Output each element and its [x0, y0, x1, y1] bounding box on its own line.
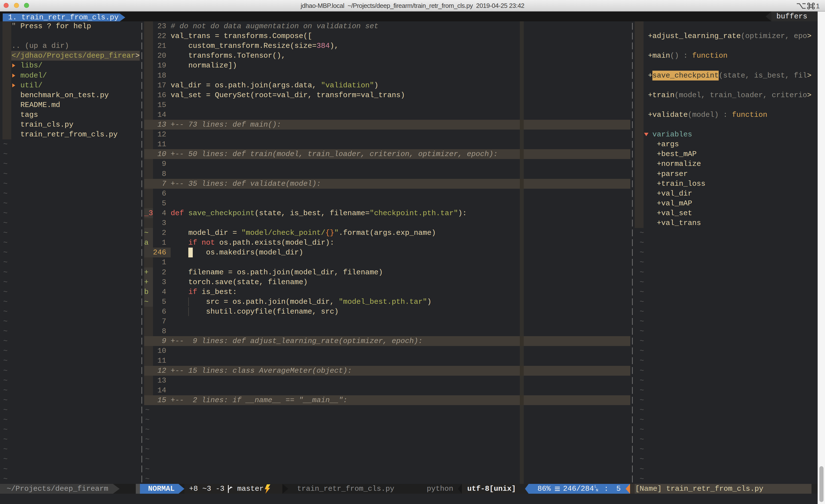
svg-text:1: 1	[816, 2, 820, 10]
